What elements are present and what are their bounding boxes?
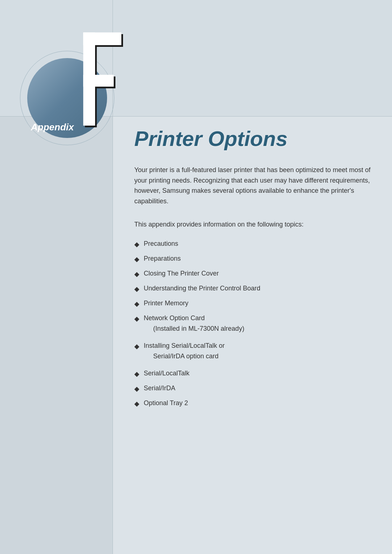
topic-text: Optional Tray 2 xyxy=(144,398,188,408)
bullet-icon: ◆ xyxy=(134,314,139,324)
bullet-icon: ◆ xyxy=(134,240,139,249)
topic-text: Preparations xyxy=(144,254,181,264)
topic-text: Network Option Card xyxy=(144,314,205,322)
svg-rect-4 xyxy=(83,32,121,45)
main-content: Printer Options Your printer is a full-f… xyxy=(134,127,374,413)
list-item: ◆ Precautions xyxy=(134,239,374,249)
topic-text: Installing Serial/LocalTalk or xyxy=(144,342,225,349)
appendix-label: Appendix xyxy=(31,122,74,133)
list-item: ◆ Installing Serial/LocalTalk or Serial/… xyxy=(134,341,374,364)
list-item: ◆ Closing The Printer Cover xyxy=(134,269,374,279)
topic-text: Understanding the Printer Control Board xyxy=(144,284,260,293)
topic-text: Closing The Printer Cover xyxy=(144,269,219,278)
bullet-icon: ◆ xyxy=(134,399,139,409)
svg-rect-5 xyxy=(83,75,114,87)
topic-with-sub: Network Option Card (Installed in ML-730… xyxy=(144,313,244,337)
intro-paragraph: Your printer is a full-featured laser pr… xyxy=(134,165,374,207)
topic-text: Serial/LocalTalk xyxy=(144,368,189,378)
topic-text: Printer Memory xyxy=(144,298,188,308)
topic-with-sub: Installing Serial/LocalTalk or Serial/Ir… xyxy=(144,341,225,364)
bullet-icon: ◆ xyxy=(134,299,139,309)
topics-intro: This appendix provides information on th… xyxy=(134,219,374,230)
page-title: Printer Options xyxy=(134,127,374,150)
list-item: ◆ Optional Tray 2 xyxy=(134,398,374,409)
bullet-icon: ◆ xyxy=(134,369,139,379)
list-item: ◆ Preparations xyxy=(134,254,374,264)
bullet-icon: ◆ xyxy=(134,254,139,264)
list-item: ◆ Understanding the Printer Control Boar… xyxy=(134,284,374,294)
topics-list: ◆ Precautions ◆ Preparations ◆ Closing T… xyxy=(134,239,374,409)
topic-sub-text: (Installed in ML-7300N already) xyxy=(153,324,244,334)
bullet-icon: ◆ xyxy=(134,384,139,394)
bullet-icon: ◆ xyxy=(134,284,139,294)
big-f-letter xyxy=(80,29,131,131)
list-item: ◆ Serial/LocalTalk xyxy=(134,368,374,379)
list-item: ◆ Printer Memory xyxy=(134,298,374,309)
bullet-icon: ◆ xyxy=(134,269,139,279)
topic-text: Precautions xyxy=(144,239,178,249)
list-item: ◆ Network Option Card (Installed in ML-7… xyxy=(134,313,374,337)
bullet-icon: ◆ xyxy=(134,342,139,351)
topic-text: Serial/IrDA xyxy=(144,383,175,393)
topic-sub-text: Serial/IrDA option card xyxy=(153,351,225,361)
list-item: ◆ Serial/IrDA xyxy=(134,383,374,394)
